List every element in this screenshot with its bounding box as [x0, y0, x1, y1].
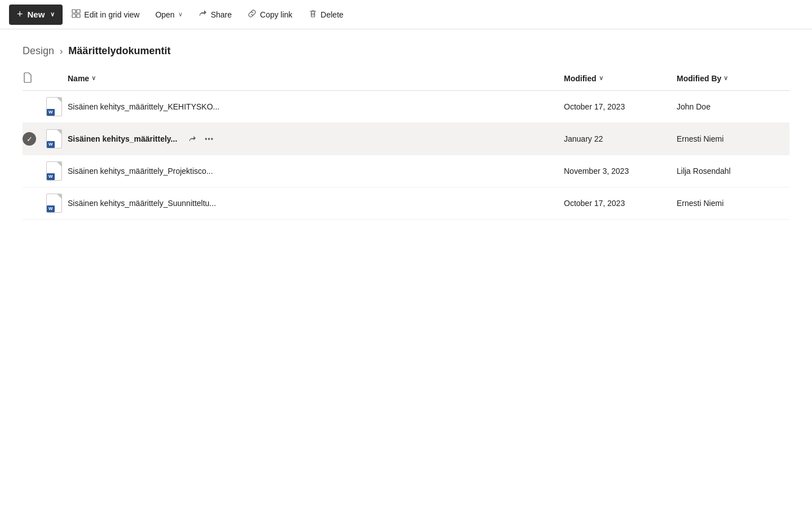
- open-chevron-icon: ∨: [178, 11, 183, 18]
- header-modified-by-col[interactable]: Modified By ∨: [677, 74, 789, 83]
- word-doc-icon: W: [45, 129, 63, 149]
- file-modified-by: Ernesti Niemi: [677, 134, 789, 143]
- check-empty: [23, 100, 36, 113]
- file-modified-date: January 22: [564, 134, 677, 143]
- new-button[interactable]: + New ∨: [9, 5, 63, 25]
- new-label: New: [28, 10, 45, 19]
- edit-grid-button[interactable]: Edit in grid view: [65, 5, 146, 25]
- svg-rect-0: [72, 10, 76, 13]
- svg-rect-3: [77, 14, 80, 17]
- row-check-col: ✓: [23, 132, 45, 146]
- check-circle-icon: ✓: [23, 132, 36, 146]
- file-rows-container: W Sisäinen kehitys_määrittely_KEHITYSKO.…: [23, 91, 789, 220]
- open-button[interactable]: Open ∨: [148, 5, 189, 25]
- header-modified-col[interactable]: Modified ∨: [564, 74, 677, 83]
- file-modified-by: Ernesti Niemi: [677, 199, 789, 208]
- file-modified-by: John Doe: [677, 102, 789, 111]
- row-name-col: Sisäinen kehitys_määrittely_KEHITYSKO...: [68, 102, 564, 111]
- file-modified-date: October 17, 2023: [564, 102, 677, 111]
- table-row[interactable]: ✓ W Sisäinen kehitys_määrittely... ••• J…: [23, 123, 789, 155]
- open-label: Open: [155, 10, 174, 19]
- file-list-header: Name ∨ Modified ∨ Modified By ∨: [23, 66, 789, 91]
- breadcrumb-parent[interactable]: Design: [23, 45, 54, 57]
- word-badge: W: [47, 141, 55, 148]
- word-doc-icon: W: [45, 193, 63, 213]
- trash-icon: [308, 9, 317, 20]
- check-empty: [23, 164, 36, 178]
- breadcrumb: Design › Määrittelydokumentit: [23, 45, 789, 57]
- share-label: Share: [211, 10, 232, 19]
- file-modified-by: Lilja Rosendahl: [677, 167, 789, 176]
- file-share-button[interactable]: [186, 134, 199, 144]
- modified-col-label: Modified: [564, 74, 597, 83]
- word-badge: W: [47, 109, 55, 116]
- delete-button[interactable]: Delete: [302, 5, 350, 25]
- svg-rect-1: [77, 10, 80, 13]
- file-name[interactable]: Sisäinen kehitys_määrittely_Suunnitteltu…: [68, 199, 216, 208]
- breadcrumb-separator: ›: [60, 46, 63, 56]
- word-badge: W: [47, 173, 55, 180]
- name-sort-icon: ∨: [91, 75, 96, 82]
- row-icon-col: W: [45, 193, 68, 213]
- share-icon: [198, 9, 208, 20]
- grid-icon: [72, 9, 81, 20]
- modified-by-col-label: Modified By: [677, 74, 721, 83]
- row-name-col: Sisäinen kehitys_määrittely_Suunnitteltu…: [68, 199, 564, 208]
- file-list: Name ∨ Modified ∨ Modified By ∨ W Sisäin…: [0, 66, 812, 220]
- file-name[interactable]: Sisäinen kehitys_määrittely_KEHITYSKO...: [68, 102, 219, 111]
- file-modified-date: October 17, 2023: [564, 199, 677, 208]
- row-icon-col: W: [45, 129, 68, 149]
- row-icon-col: W: [45, 97, 68, 117]
- header-name-col[interactable]: Name ∨: [68, 74, 564, 83]
- edit-grid-label: Edit in grid view: [84, 10, 139, 19]
- share-button[interactable]: Share: [192, 5, 239, 25]
- file-actions: •••: [186, 134, 216, 144]
- check-empty: [23, 196, 36, 210]
- row-check-col: [23, 100, 45, 113]
- file-name[interactable]: Sisäinen kehitys_määrittely_Projektisco.…: [68, 167, 213, 176]
- copy-link-label: Copy link: [260, 10, 293, 19]
- row-icon-col: W: [45, 161, 68, 181]
- file-name[interactable]: Sisäinen kehitys_määrittely...: [68, 134, 177, 143]
- svg-rect-2: [72, 14, 76, 17]
- word-icon-inner: W: [46, 161, 62, 181]
- file-more-button[interactable]: •••: [202, 134, 216, 144]
- modified-by-sort-icon: ∨: [723, 75, 728, 82]
- row-name-col: Sisäinen kehitys_määrittely_Projektisco.…: [68, 167, 564, 176]
- word-icon-inner: W: [46, 97, 62, 116]
- row-check-col: [23, 196, 45, 210]
- plus-icon: +: [17, 8, 23, 20]
- row-check-col: [23, 164, 45, 178]
- table-row[interactable]: W Sisäinen kehitys_määrittely_Suunnittel…: [23, 187, 789, 220]
- delete-label: Delete: [321, 10, 343, 19]
- file-modified-date: November 3, 2023: [564, 167, 677, 176]
- modified-sort-icon: ∨: [599, 75, 603, 82]
- header-checkbox-col: [23, 72, 45, 85]
- name-col-label: Name: [68, 74, 89, 83]
- breadcrumb-area: Design › Määrittelydokumentit: [0, 29, 812, 66]
- link-icon: [248, 9, 257, 20]
- word-icon-inner: W: [46, 194, 62, 213]
- word-icon-inner: W: [46, 129, 62, 148]
- table-row[interactable]: W Sisäinen kehitys_määrittely_Projektisc…: [23, 155, 789, 187]
- breadcrumb-current: Määrittelydokumentit: [68, 45, 170, 57]
- new-chevron-icon: ∨: [50, 11, 55, 18]
- word-doc-icon: W: [45, 161, 63, 181]
- table-row[interactable]: W Sisäinen kehitys_määrittely_KEHITYSKO.…: [23, 91, 789, 123]
- row-name-col: Sisäinen kehitys_määrittely... •••: [68, 134, 564, 144]
- word-badge: W: [47, 205, 55, 212]
- toolbar: + New ∨ Edit in grid view Open ∨ Share: [0, 0, 812, 29]
- word-doc-icon: W: [45, 97, 63, 117]
- copy-link-button[interactable]: Copy link: [241, 5, 299, 25]
